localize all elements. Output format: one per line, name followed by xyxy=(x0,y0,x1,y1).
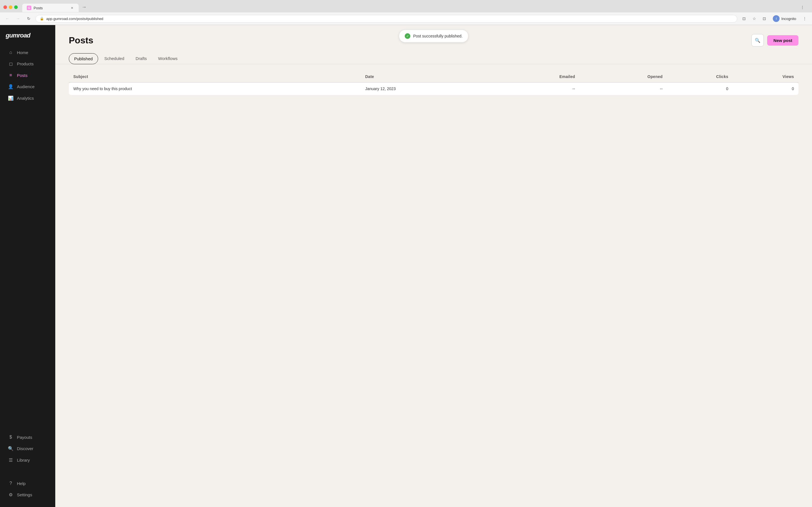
cell-opened: -- xyxy=(580,82,667,95)
tab-title: Posts xyxy=(34,6,43,10)
new-tab-button[interactable]: → xyxy=(79,2,89,12)
app-container: gumroad ⌂ Home ◻ Products ≡ Posts 👤 Audi… xyxy=(0,25,812,507)
help-icon: ? xyxy=(8,481,13,486)
tab-published[interactable]: Published xyxy=(69,53,98,64)
column-header-clicks: Clicks xyxy=(667,71,733,82)
sidebar-item-payouts[interactable]: $ Payouts xyxy=(2,432,53,443)
posts-table: Subject Date Emailed Opened Clicks Views… xyxy=(69,71,799,95)
refresh-button[interactable]: ↻ xyxy=(25,15,33,22)
cell-subject: Why you need to buy this product xyxy=(69,82,361,95)
avatar: I xyxy=(773,15,779,22)
search-button[interactable]: 🔍 xyxy=(751,34,764,47)
new-post-button[interactable]: New post xyxy=(767,35,799,46)
browser-chrome: G Posts ✕ → ⋮ ← → ↻ 🔒 app.gumroad.com/po… xyxy=(0,0,812,25)
gumroad-logo: gumroad xyxy=(0,32,55,47)
column-header-date: Date xyxy=(361,71,492,82)
page-title: Posts xyxy=(69,35,93,46)
cell-views: 0 xyxy=(733,82,799,95)
bookmark-icon[interactable]: ☆ xyxy=(750,15,758,22)
sidebar-item-label: Posts xyxy=(17,73,28,78)
tabs-bar: Published Scheduled Drafts Workflows xyxy=(55,53,812,64)
address-bar[interactable]: 🔒 app.gumroad.com/posts#published xyxy=(36,15,737,22)
url-text: app.gumroad.com/posts#published xyxy=(46,17,733,21)
sidebar-item-settings[interactable]: ⚙ Settings xyxy=(2,489,53,500)
discover-icon: 🔍 xyxy=(8,446,13,451)
sidebar-item-label: Audience xyxy=(17,84,35,89)
sidebar-nav: ⌂ Home ◻ Products ≡ Posts 👤 Audience 📊 A… xyxy=(0,47,55,500)
sidebar: gumroad ⌂ Home ◻ Products ≡ Posts 👤 Audi… xyxy=(0,25,55,507)
more-button[interactable]: ⋮ xyxy=(801,15,809,22)
sidebar-item-label: Discover xyxy=(17,446,33,451)
column-header-views: Views xyxy=(733,71,799,82)
tab-scheduled[interactable]: Scheduled xyxy=(99,53,130,64)
analytics-icon: 📊 xyxy=(8,96,13,101)
cell-emailed: -- xyxy=(492,82,580,95)
sidebar-item-analytics[interactable]: 📊 Analytics xyxy=(2,93,53,104)
profile-button[interactable]: I Incognito xyxy=(770,14,799,23)
chrome-more-button[interactable]: ⋮ xyxy=(799,3,806,11)
traffic-lights xyxy=(3,5,18,9)
tab-favicon: G xyxy=(27,6,31,10)
toast-check-icon: ✓ xyxy=(405,33,410,39)
library-icon: ☰ xyxy=(8,457,13,463)
table-row[interactable]: Why you need to buy this product January… xyxy=(69,82,799,95)
browser-titlebar: G Posts ✕ → ⋮ xyxy=(0,0,812,12)
tab-workflows[interactable]: Workflows xyxy=(153,53,183,64)
sidebar-item-label: Help xyxy=(17,481,26,486)
forward-button[interactable]: → xyxy=(14,15,22,22)
sidebar-item-home[interactable]: ⌂ Home xyxy=(2,47,53,58)
sidebar-item-discover[interactable]: 🔍 Discover xyxy=(2,443,53,454)
close-window-button[interactable] xyxy=(3,5,7,9)
tab-close-button[interactable]: ✕ xyxy=(70,6,74,10)
column-header-opened: Opened xyxy=(580,71,667,82)
incognito-label: Incognito xyxy=(781,17,796,21)
tab-drafts[interactable]: Drafts xyxy=(131,53,152,64)
header-actions: 🔍 New post xyxy=(751,34,799,47)
toolbar-actions: ⊡ ☆ ⊡ I Incognito ⋮ xyxy=(740,14,809,23)
sidebar-item-label: Library xyxy=(17,458,30,462)
sidebar-item-label: Products xyxy=(17,61,34,66)
sidebar-item-products[interactable]: ◻ Products xyxy=(2,58,53,69)
lock-icon: 🔒 xyxy=(40,17,44,20)
sidebar-item-posts[interactable]: ≡ Posts xyxy=(2,70,53,80)
cell-date: January 12, 2023 xyxy=(361,82,492,95)
sidebar-item-label: Home xyxy=(17,50,28,55)
table-container: Subject Date Emailed Opened Clicks Views… xyxy=(55,64,812,102)
sidebar-item-audience[interactable]: 👤 Audience xyxy=(2,81,53,92)
table-body: Why you need to buy this product January… xyxy=(69,82,799,95)
posts-icon: ≡ xyxy=(8,73,13,78)
maximize-window-button[interactable] xyxy=(14,5,18,9)
browser-sidebar-icon[interactable]: ⊡ xyxy=(760,15,768,22)
search-icon: 🔍 xyxy=(755,38,760,43)
audience-icon: 👤 xyxy=(8,84,13,89)
payouts-icon: $ xyxy=(8,435,13,440)
sidebar-item-label: Analytics xyxy=(17,96,34,101)
column-header-emailed: Emailed xyxy=(492,71,580,82)
cell-clicks: 0 xyxy=(667,82,733,95)
home-icon: ⌂ xyxy=(8,50,13,55)
active-tab[interactable]: G Posts ✕ xyxy=(22,4,79,12)
sidebar-item-library[interactable]: ☰ Library xyxy=(2,455,53,466)
settings-icon: ⚙ xyxy=(8,492,13,497)
back-button[interactable]: ← xyxy=(3,15,11,22)
column-header-subject: Subject xyxy=(69,71,361,82)
main-content: ✓ Post successfully published. Posts 🔍 N… xyxy=(55,25,812,507)
sidebar-item-label: Payouts xyxy=(17,435,32,440)
sidebar-item-label: Settings xyxy=(17,492,32,497)
browser-toolbar: ← → ↻ 🔒 app.gumroad.com/posts#published … xyxy=(0,12,812,25)
success-toast: ✓ Post successfully published. xyxy=(399,30,468,43)
browser-tabs: G Posts ✕ → xyxy=(22,2,796,12)
table-header: Subject Date Emailed Opened Clicks Views xyxy=(69,71,799,82)
toast-message: Post successfully published. xyxy=(413,34,462,38)
products-icon: ◻ xyxy=(8,61,13,66)
sidebar-item-help[interactable]: ? Help xyxy=(2,478,53,489)
cast-icon[interactable]: ⊡ xyxy=(740,15,748,22)
minimize-window-button[interactable] xyxy=(9,5,12,9)
